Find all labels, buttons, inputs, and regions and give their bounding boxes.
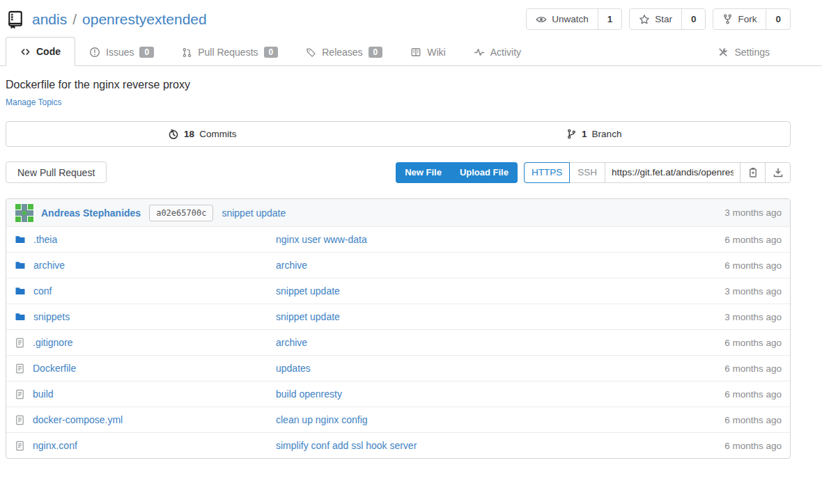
file-name-link[interactable]: snippets: [33, 311, 70, 322]
file-row: build build openresty 6 months ago: [6, 381, 790, 407]
tab-issues[interactable]: Issues 0: [75, 38, 168, 66]
file-buttons-group: New File Upload File: [396, 162, 518, 183]
download-icon: [773, 167, 784, 178]
file-row: .gitignore archive 6 months ago: [6, 329, 790, 355]
file-commit-message-link[interactable]: snippet update: [276, 311, 724, 322]
latest-commit-message-link[interactable]: snippet update: [222, 207, 286, 219]
avatar[interactable]: [15, 203, 34, 223]
file-commit-message-link[interactable]: clean up nginx config: [276, 414, 724, 425]
ssh-toggle-button[interactable]: SSH: [570, 163, 605, 182]
repo-description: Dockerfile for the nginx reverse proxy: [6, 79, 791, 91]
file-name-link[interactable]: docker-compose.yml: [33, 414, 123, 425]
file-commit-message-link[interactable]: snippet update: [276, 285, 724, 297]
tab-code[interactable]: Code: [6, 37, 75, 66]
file-commit-message-link[interactable]: simplify conf add ssl hook server: [276, 440, 724, 451]
copy-clone-url-button[interactable]: [740, 163, 765, 182]
file-commit-time: 3 months ago: [724, 312, 782, 322]
releases-count-badge: 0: [369, 47, 383, 58]
action-row: New Pull Request New File Upload File HT…: [6, 162, 791, 183]
watch-count[interactable]: 1: [598, 9, 622, 29]
star-button[interactable]: Star: [630, 9, 681, 29]
upload-file-button[interactable]: Upload File: [451, 167, 518, 178]
fork-button-group: Fork 0: [713, 8, 791, 30]
commit-sha-button[interactable]: a02e65700c: [149, 205, 213, 221]
folder-icon: [15, 260, 26, 271]
star-button-group: Star 0: [629, 8, 706, 30]
clipboard-icon: [747, 167, 759, 178]
file-commit-time: 6 months ago: [724, 415, 782, 425]
new-file-button[interactable]: New File: [396, 167, 451, 178]
repo-header: andis / openrestyextended Unwatch 1 Star…: [6, 0, 791, 30]
repo-name-link[interactable]: openrestyextended: [82, 11, 207, 28]
file-icon: [15, 441, 25, 451]
wiki-book-icon: [410, 47, 421, 58]
file-name-link[interactable]: build: [33, 388, 54, 400]
file-commit-message-link[interactable]: updates: [276, 363, 724, 374]
file-commit-message-link[interactable]: build openresty: [276, 388, 724, 400]
eye-icon: [536, 14, 547, 25]
code-icon: [20, 47, 31, 57]
branch-icon: [566, 129, 577, 139]
branches-stat[interactable]: 1 Branch: [398, 122, 791, 146]
pull-requests-count-badge: 0: [264, 47, 279, 58]
watch-button-group: Unwatch 1: [526, 8, 622, 30]
file-commit-message-link[interactable]: archive: [276, 337, 724, 348]
file-rows: .theia nginx user www-data 6 months ago …: [6, 226, 790, 458]
folder-icon: [15, 311, 26, 322]
file-commit-time: 3 months ago: [724, 286, 782, 297]
file-name-link[interactable]: conf: [33, 285, 52, 297]
file-name-link[interactable]: Dockerfile: [33, 363, 76, 374]
file-row: .theia nginx user www-data 6 months ago: [6, 226, 790, 252]
breadcrumb-separator: /: [72, 11, 77, 28]
repo-journal-icon: [6, 10, 25, 29]
file-row: nginx.conf simplify conf add ssl hook se…: [6, 432, 790, 458]
commit-author-link[interactable]: Andreas Stephanides: [41, 207, 141, 219]
file-row: snippets snippet update 3 months ago: [6, 304, 790, 329]
repo-description-section: Dockerfile for the nginx reverse proxy M…: [6, 79, 791, 108]
pull-request-icon: [182, 47, 192, 58]
file-name-link[interactable]: .gitignore: [33, 337, 73, 348]
history-icon: [168, 129, 179, 140]
clone-panel: HTTPS SSH: [524, 162, 791, 183]
file-actions: New File Upload File HTTPS SSH: [396, 162, 791, 183]
new-pull-request-button[interactable]: New Pull Request: [6, 162, 107, 183]
clone-url-input[interactable]: [605, 163, 740, 182]
fork-button[interactable]: Fork: [713, 9, 766, 29]
unwatch-button[interactable]: Unwatch: [527, 9, 598, 29]
star-count[interactable]: 0: [681, 9, 706, 29]
file-icon: [15, 389, 25, 400]
file-row: Dockerfile updates 6 months ago: [6, 355, 790, 381]
folder-icon: [15, 234, 26, 245]
file-icon: [15, 415, 25, 425]
fork-icon: [722, 14, 733, 24]
folder-icon: [15, 285, 26, 297]
file-commit-message-link[interactable]: nginx user www-data: [276, 234, 724, 245]
file-commit-time: 6 months ago: [724, 441, 782, 451]
repo-stats-bar: 18 Commits 1 Branch: [6, 121, 791, 147]
tab-releases[interactable]: Releases 0: [292, 38, 396, 66]
https-toggle-button[interactable]: HTTPS: [524, 162, 570, 183]
file-commit-message-link[interactable]: archive: [276, 260, 724, 271]
tab-settings[interactable]: Settings: [704, 38, 784, 66]
tab-wiki[interactable]: Wiki: [396, 38, 459, 66]
issue-icon: [89, 47, 100, 58]
repo-owner-link[interactable]: andis: [32, 11, 67, 28]
activity-pulse-icon: [474, 47, 485, 58]
file-row: conf snippet update 3 months ago: [6, 278, 790, 304]
manage-topics-link[interactable]: Manage Topics: [6, 97, 62, 107]
download-archive-button[interactable]: [765, 163, 790, 182]
commits-stat[interactable]: 18 Commits: [6, 122, 398, 146]
file-commit-time: 6 months ago: [724, 363, 782, 374]
file-name-link[interactable]: .theia: [33, 234, 57, 245]
fork-count[interactable]: 0: [766, 9, 790, 29]
star-icon: [639, 14, 650, 25]
tab-activity[interactable]: Activity: [460, 38, 535, 66]
file-name-link[interactable]: nginx.conf: [33, 440, 77, 451]
tab-pull-requests[interactable]: Pull Requests 0: [168, 38, 292, 66]
file-icon: [15, 363, 25, 374]
issues-count-badge: 0: [139, 47, 154, 58]
file-name-link[interactable]: archive: [33, 260, 65, 271]
file-commit-time: 6 months ago: [724, 389, 782, 400]
file-table: Andreas Stephanides a02e65700c snippet u…: [6, 198, 791, 459]
latest-commit-time: 3 months ago: [724, 207, 782, 218]
